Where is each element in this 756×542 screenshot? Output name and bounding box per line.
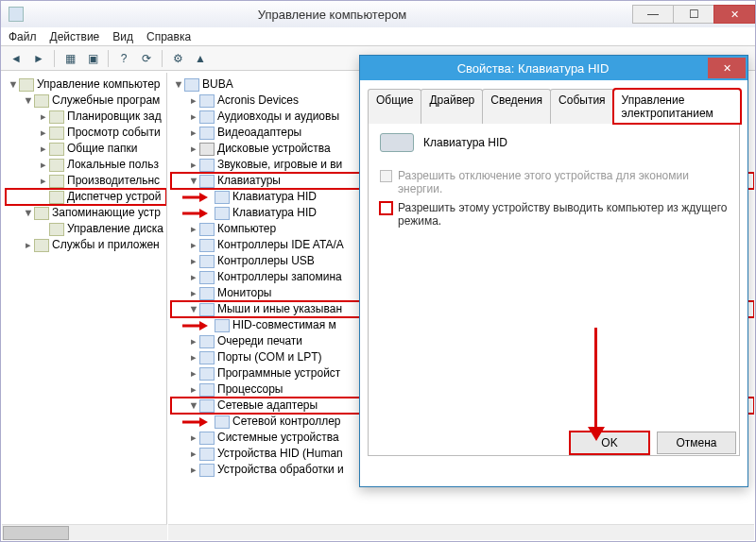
tree-node[interactable]: ▸Общие папки [6, 141, 166, 157]
tree-node-label: Устройства обработки и [217, 462, 344, 478]
expand-icon[interactable]: ▸ [188, 109, 199, 125]
menu-action[interactable]: Действие [50, 30, 100, 43]
dev-icon [199, 303, 215, 316]
tree-node-label: Клавиатура HID [232, 205, 317, 221]
svc-icon [49, 110, 64, 124]
expand-icon[interactable]: ▸ [23, 237, 34, 253]
tree-node[interactable]: Диспетчер устрой [6, 189, 166, 205]
back-icon[interactable]: ◄ [7, 49, 26, 68]
tree-node-label: BUBA [202, 76, 233, 93]
close-button[interactable] [713, 5, 755, 24]
refresh-icon[interactable]: ⟳ [137, 49, 156, 68]
help-icon[interactable]: ? [114, 49, 133, 68]
device-properties-dialog: Свойства: Клавиатура HID Общие Драйвер С… [359, 55, 748, 487]
expand-icon[interactable]: ▸ [188, 349, 199, 365]
expand-icon[interactable]: ▸ [188, 462, 199, 478]
expand-icon[interactable]: ▼ [188, 301, 199, 317]
left-scrollbar[interactable] [2, 524, 167, 540]
tab-details[interactable]: Сведения [482, 89, 551, 124]
show-hide-tree-icon[interactable]: ▦ [60, 49, 79, 68]
option-allow-power-off-label: Разрешить отключение этого устройства дл… [398, 169, 728, 195]
tree-node-label: Контроллеры запомина [217, 269, 342, 285]
scrollbar-thumb[interactable] [3, 526, 69, 540]
tree-node-label: Службы и приложен [52, 237, 160, 253]
expand-icon[interactable]: ▸ [188, 93, 199, 109]
expand-icon[interactable]: ▸ [38, 173, 49, 189]
app-icon [9, 7, 24, 22]
tree-node-label: Видеоадаптеры [217, 125, 301, 141]
disk-icon [199, 143, 215, 156]
ok-button[interactable]: OK [570, 432, 649, 454]
titlebar: Управление компьютером [1, 1, 755, 27]
maximize-button[interactable] [673, 5, 714, 24]
checkbox-allow-wake[interactable] [380, 202, 392, 214]
menu-file[interactable]: Файл [9, 30, 37, 43]
menu-view[interactable]: Вид [112, 30, 133, 43]
tree-node[interactable]: ▼Управление компьютер [6, 76, 166, 93]
tree-node[interactable]: ▸Локальные польз [6, 157, 166, 173]
tree-node-label: Клавиатура HID [232, 189, 317, 205]
tab-driver[interactable]: Драйвер [421, 89, 483, 124]
tab-general[interactable]: Общие [368, 89, 421, 124]
tree-node-label: Мониторы [217, 285, 271, 301]
tree-node-label: Контроллеры USB [217, 253, 315, 269]
tree-node-label: Управление диска [67, 221, 163, 237]
tree-node[interactable]: ▸Службы и приложен [6, 237, 166, 253]
dev-icon [199, 287, 215, 300]
expand-icon[interactable]: ▸ [188, 221, 199, 237]
expand-icon[interactable]: ▼ [23, 93, 34, 109]
tree-node-label: Системные устройства [217, 430, 339, 446]
expand-icon[interactable]: ▸ [38, 109, 49, 125]
dev-icon [199, 399, 215, 413]
update-driver-icon[interactable]: ▲ [191, 49, 210, 68]
mid-scrollbar[interactable] [168, 524, 754, 540]
expand-icon[interactable]: ▼ [23, 205, 34, 221]
tab-power-management[interactable]: Управление электропитанием [613, 89, 741, 124]
cancel-button[interactable]: Отмена [657, 432, 736, 454]
expand-icon[interactable]: ▸ [188, 381, 199, 398]
svc-icon [49, 143, 64, 156]
expand-icon[interactable]: ▼ [173, 76, 184, 93]
tree-node-label: Просмотр событи [67, 125, 161, 141]
keyboard-icon [380, 133, 414, 152]
tree-node[interactable]: ▸Планировщик зад [6, 109, 166, 125]
tree-node[interactable]: ▼Запоминающие устр [6, 205, 166, 221]
option-allow-wake[interactable]: Разрешить этому устройству выводить комп… [380, 201, 728, 228]
expand-icon[interactable]: ▸ [188, 269, 199, 285]
expand-icon[interactable]: ▸ [188, 125, 199, 141]
svc-icon [49, 223, 64, 236]
dev-icon [215, 207, 230, 220]
svc-icon [49, 191, 64, 204]
expand-icon[interactable]: ▼ [188, 398, 199, 414]
properties-icon[interactable]: ▣ [83, 49, 102, 68]
scan-hardware-icon[interactable]: ⚙ [168, 49, 187, 68]
console-tree[interactable]: ▼Управление компьютер▼Служебные програм▸… [2, 76, 166, 253]
expand-icon[interactable]: ▸ [188, 141, 199, 157]
tree-node-label: Аудиовходы и аудиовы [217, 109, 339, 125]
expand-icon[interactable]: ▸ [38, 125, 49, 141]
tab-events[interactable]: События [550, 89, 614, 124]
tree-node[interactable]: ▸Просмотр событи [6, 125, 166, 141]
tree-node[interactable]: Управление диска [6, 221, 166, 237]
expand-icon[interactable]: ▸ [38, 157, 49, 173]
forward-icon[interactable]: ► [29, 49, 48, 68]
expand-icon[interactable]: ▸ [188, 237, 199, 253]
tree-node-label: Сетевой контроллер [232, 414, 341, 430]
expand-icon[interactable]: ▸ [188, 333, 199, 349]
expand-icon[interactable]: ▸ [188, 430, 199, 446]
expand-icon[interactable]: ▸ [188, 365, 199, 381]
tree-node[interactable]: ▼Служебные програм [6, 93, 166, 109]
tree-node-label: Сетевые адаптеры [217, 398, 318, 414]
expand-icon[interactable]: ▼ [8, 76, 19, 93]
dev-icon [199, 255, 215, 268]
minimize-button[interactable] [632, 5, 674, 24]
expand-icon[interactable]: ▼ [188, 173, 199, 189]
menu-help[interactable]: Справка [146, 30, 191, 43]
expand-icon[interactable]: ▸ [188, 157, 199, 173]
expand-icon[interactable]: ▸ [38, 141, 49, 157]
tree-node[interactable]: ▸Производительнс [6, 173, 166, 189]
expand-icon[interactable]: ▸ [188, 285, 199, 301]
dialog-close-button[interactable] [708, 58, 746, 78]
expand-icon[interactable]: ▸ [188, 253, 199, 269]
expand-icon[interactable]: ▸ [188, 446, 199, 462]
